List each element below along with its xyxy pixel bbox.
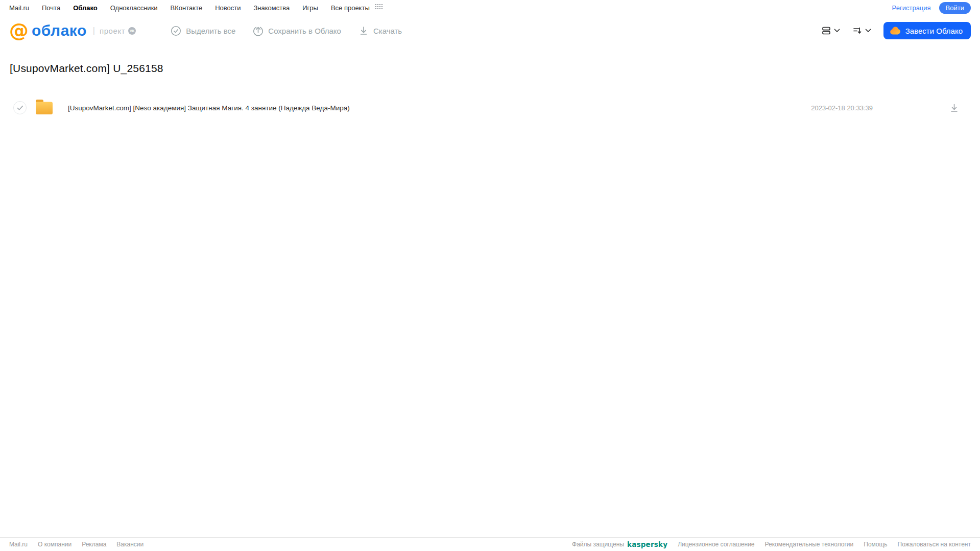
upload-cloud-icon [253,26,264,36]
footer-link-reklama[interactable]: Реклама [82,541,106,548]
footer: Mail.ru О компании Реклама Вакансии Файл… [0,537,980,551]
nav-link-vkontakte[interactable]: ВКонтакте [171,4,203,12]
cloud-logo[interactable]: @ облако | проект VK [9,22,136,40]
footer-right: Файлы защищены kaspersky Лицензионное со… [572,540,971,548]
download-button[interactable]: Скачать [358,26,402,36]
nav-link-igry[interactable]: Игры [302,4,318,12]
registration-link[interactable]: Регистрация [892,4,931,12]
get-cloud-label: Завести Облако [905,27,963,35]
footer-link-help[interactable]: Помощь [864,541,887,548]
login-button[interactable]: Войти [939,2,971,14]
file-modified-date: 2023-02-18 20:33:39 [811,104,873,112]
get-cloud-button[interactable]: Завести Облако [883,22,971,39]
mailru-at-icon: @ [9,20,29,40]
toolbar: Выделить все Сохранить в Облако Скачат [171,26,402,36]
nav-link-znakomstva[interactable]: Знакомства [253,4,290,12]
download-label: Скачать [373,27,402,35]
cloud-icon [890,27,901,35]
save-to-cloud-button[interactable]: Сохранить в Облако [253,26,341,36]
footer-link-company[interactable]: О компании [38,541,71,548]
apps-grid-icon[interactable] [375,4,383,12]
header-right-controls: Завести Облако [821,22,971,39]
protected-label: Файлы защищены [572,541,624,548]
file-name-link[interactable]: [UsupovMarket.com] [Neso академия] Защит… [68,104,350,112]
sort-icon [852,26,863,36]
footer-link-report-content[interactable]: Пожаловаться на контент [898,541,971,548]
folder-icon [35,99,54,117]
sort-dropdown[interactable] [852,26,871,36]
view-mode-dropdown[interactable] [821,26,840,36]
download-icon [358,26,369,36]
nav-link-mailru[interactable]: Mail.ru [9,4,29,12]
nav-link-oblako[interactable]: Облако [73,4,98,12]
page-title: [UsupovMarket.com] U_256158 [10,62,980,75]
footer-link-vakansii[interactable]: Вакансии [116,541,144,548]
save-to-cloud-label: Сохранить в Облако [268,27,341,35]
row-download-icon[interactable] [949,103,959,113]
project-label: проект [100,27,125,35]
list-view-icon [821,26,831,36]
chevron-down-icon [865,29,871,33]
kaspersky-logo[interactable]: kaspersky [627,540,667,548]
nav-link-odnoklassniki[interactable]: Одноклассники [110,4,158,12]
select-all-label: Выделить все [186,27,235,35]
chevron-down-icon [834,29,840,33]
header: @ облако | проект VK Выделить все [0,15,980,46]
nav-link-novosti[interactable]: Новости [215,4,241,12]
footer-link-license[interactable]: Лицензионное соглашение [678,541,754,548]
logo-wordmark: облако [32,22,87,39]
nav-link-pochta[interactable]: Почта [42,4,60,12]
row-checkbox[interactable] [13,101,27,114]
logo-divider: | [93,26,95,35]
select-all-button[interactable]: Выделить все [171,26,235,36]
nav-link-vse-proekty[interactable]: Все проекты [331,4,370,12]
vk-badge-icon: VK [128,27,136,35]
file-row[interactable]: [UsupovMarket.com] [Neso академия] Защит… [0,95,980,121]
check-circle-icon [171,26,181,36]
portal-nav: Mail.ru Почта Облако Одноклассники ВКонт… [0,0,980,15]
footer-link-mailru[interactable]: Mail.ru [9,541,28,548]
kaspersky-protected: Файлы защищены kaspersky [572,540,667,548]
footer-link-recommend-tech[interactable]: Рекомендательные технологии [765,541,854,548]
